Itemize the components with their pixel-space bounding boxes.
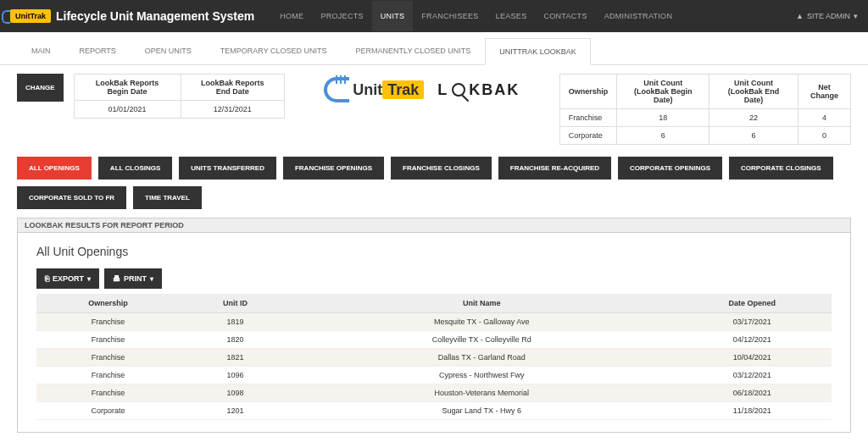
user-menu-label: SITE ADMIN — [807, 12, 850, 20]
filter-pill-corporate-sold-to-fr[interactable]: CORPORATE SOLD TO FR — [17, 186, 126, 209]
filter-pill-time-travel[interactable]: TIME TRAVEL — [133, 186, 202, 209]
filter-pill-franchise-openings[interactable]: FRANCHISE OPENINGS — [283, 157, 384, 180]
begin-date-value: 01/01/2021 — [74, 101, 181, 119]
table-cell: 04/12/2021 — [672, 331, 832, 349]
column-header: Unit Name — [291, 294, 672, 313]
print-label: PRINT — [124, 274, 147, 283]
table-cell: 03/17/2021 — [672, 313, 832, 331]
nav-home[interactable]: HOME — [271, 1, 312, 31]
date-range-table: LookBak Reports Begin Date LookBak Repor… — [74, 74, 285, 119]
table-cell: 1820 — [180, 331, 291, 349]
table-cell: 10/04/2021 — [672, 349, 832, 367]
change-button[interactable]: CHANGE — [17, 74, 64, 102]
filter-pill-franchise-re-acquired[interactable]: FRANCHISE RE-ACQUIRED — [498, 157, 611, 180]
count-cell: Corporate — [559, 127, 617, 145]
unit-count-table: OwnershipUnit Count (LookBak Begin Date)… — [559, 74, 851, 145]
filter-pill-corporate-closings[interactable]: CORPORATE CLOSINGS — [729, 157, 833, 180]
nav-contacts[interactable]: CONTACTS — [535, 1, 595, 31]
export-icon: ⎘ — [45, 274, 49, 283]
count-cell: Franchise — [559, 109, 617, 127]
subtab-unittrak-lookbak[interactable]: UNITTRAK LOOKBAK — [485, 38, 591, 65]
table-cell: Colleyville TX - Colleyville Rd — [291, 331, 672, 349]
table-cell: Mesquite TX - Galloway Ave — [291, 313, 672, 331]
table-cell: 03/12/2021 — [672, 367, 832, 384]
subtab-reports[interactable]: REPORTS — [65, 37, 131, 64]
table-cell: Franchise — [36, 349, 180, 367]
column-header: Ownership — [36, 294, 180, 313]
print-icon: 🖶 — [113, 274, 120, 283]
count-header: Unit Count (LookBak End Date) — [709, 75, 798, 109]
table-cell: Franchise — [36, 384, 180, 402]
panel-strip-title: LOOKBAK RESULTS FOR REPORT PERIOD — [18, 218, 850, 233]
table-row[interactable]: Franchise1821Dallas TX - Garland Road10/… — [36, 349, 832, 367]
filter-pill-all-openings[interactable]: ALL OPENINGS — [17, 157, 92, 180]
count-cell: 22 — [709, 109, 798, 127]
subtab-open-units[interactable]: OPEN UNITS — [131, 37, 206, 64]
table-cell: 1819 — [180, 313, 291, 331]
filter-pill-units-transferred[interactable]: UNITS TRANSFERRED — [179, 157, 276, 180]
count-header: Ownership — [559, 75, 617, 109]
table-cell: 1096 — [180, 367, 291, 384]
table-cell: Houston-Veterans Memorial — [291, 384, 672, 402]
count-cell: 6 — [617, 127, 709, 145]
table-cell: 1098 — [180, 384, 291, 402]
nav-administration[interactable]: ADMINISTRATION — [596, 1, 682, 31]
nav-projects[interactable]: PROJECTS — [312, 1, 371, 31]
table-row[interactable]: Franchise1819Mesquite TX - Galloway Ave0… — [36, 313, 832, 331]
end-date-value: 12/31/2021 — [181, 101, 284, 119]
table-cell: Cypress - Northwest Fwy — [291, 367, 672, 384]
count-cell: 4 — [798, 109, 851, 127]
subtab-temporary-closed-units[interactable]: TEMPORARY CLOSED UNITS — [206, 37, 342, 64]
unittrak-logo: UnitTrak — [324, 77, 424, 102]
count-row: Franchise18224 — [559, 109, 850, 127]
results-table: OwnershipUnit IDUnit NameDate Opened Fra… — [36, 294, 832, 420]
subtab-permanently-closed-units[interactable]: PERMANENTLY CLOSED UNITS — [342, 37, 486, 64]
user-icon: ▲ — [796, 12, 804, 20]
user-menu[interactable]: ▲ SITE ADMIN ▾ — [796, 12, 858, 20]
filter-pill-corporate-openings[interactable]: CORPORATE OPENINGS — [618, 157, 722, 180]
brand: UnitTrak Lifecycle Unit Management Syste… — [10, 9, 254, 23]
table-cell: Franchise — [36, 331, 180, 349]
count-cell: 18 — [617, 109, 709, 127]
table-cell: 1821 — [180, 349, 291, 367]
top-navbar: UnitTrak Lifecycle Unit Management Syste… — [0, 0, 868, 32]
chevron-down-icon: ▾ — [854, 12, 858, 20]
controls-row: CHANGE LookBak Reports Begin Date LookBa… — [0, 65, 868, 153]
table-cell: Franchise — [36, 367, 180, 384]
logo-block: UnitTrak LKBAK — [295, 74, 549, 106]
filter-pill-franchise-closings[interactable]: FRANCHISE CLOSINGS — [391, 157, 492, 180]
brand-logo-icon: UnitTrak — [10, 9, 51, 23]
table-cell: Franchise — [36, 313, 180, 331]
table-cell: 11/18/2021 — [672, 402, 832, 420]
lookbak-logo: LKBAK — [437, 81, 520, 99]
results-panel: LOOKBAK RESULTS FOR REPORT PERIOD All Un… — [17, 218, 851, 433]
count-header: Net Change — [798, 75, 851, 109]
table-row[interactable]: Franchise1096Cypress - Northwest Fwy03/1… — [36, 367, 832, 384]
table-row[interactable]: Franchise1820Colleyville TX - Colleyvill… — [36, 331, 832, 349]
filter-pill-all-closings[interactable]: ALL CLOSINGS — [98, 157, 172, 180]
unittrak-text-2: Trak — [382, 80, 424, 99]
nav-leases[interactable]: LEASES — [487, 1, 536, 31]
table-cell: 1201 — [180, 402, 291, 420]
lookbak-text-2: KBAK — [469, 81, 520, 99]
export-button[interactable]: ⎘ EXPORT — [36, 268, 99, 289]
panel-title: All Unit Openings — [36, 245, 832, 258]
count-row: Corporate660 — [559, 127, 850, 145]
table-row[interactable]: Franchise1098Houston-Veterans Memorial06… — [36, 384, 832, 402]
table-cell: 06/18/2021 — [672, 384, 832, 402]
chevron-down-icon — [150, 274, 153, 283]
nav-units[interactable]: UNITS — [372, 1, 414, 31]
table-row[interactable]: Corporate1201Sugar Land TX - Hwy 611/18/… — [36, 402, 832, 420]
app-title: Lifecycle Unit Management System — [56, 9, 254, 23]
count-cell: 6 — [709, 127, 798, 145]
primary-nav: HOMEPROJECTSUNITSFRANCHISEESLEASESCONTAC… — [271, 1, 681, 31]
unittrak-text-1: Unit — [353, 81, 382, 98]
subtab-main[interactable]: MAIN — [17, 37, 65, 64]
action-buttons: ⎘ EXPORT 🖶 PRINT — [36, 268, 832, 289]
print-button[interactable]: 🖶 PRINT — [104, 268, 162, 289]
nav-franchisees[interactable]: FRANCHISEES — [413, 1, 487, 31]
table-cell: Sugar Land TX - Hwy 6 — [291, 402, 672, 420]
count-header: Unit Count (LookBak Begin Date) — [617, 75, 709, 109]
lookbak-text-1: L — [437, 81, 448, 99]
table-cell: Dallas TX - Garland Road — [291, 349, 672, 367]
